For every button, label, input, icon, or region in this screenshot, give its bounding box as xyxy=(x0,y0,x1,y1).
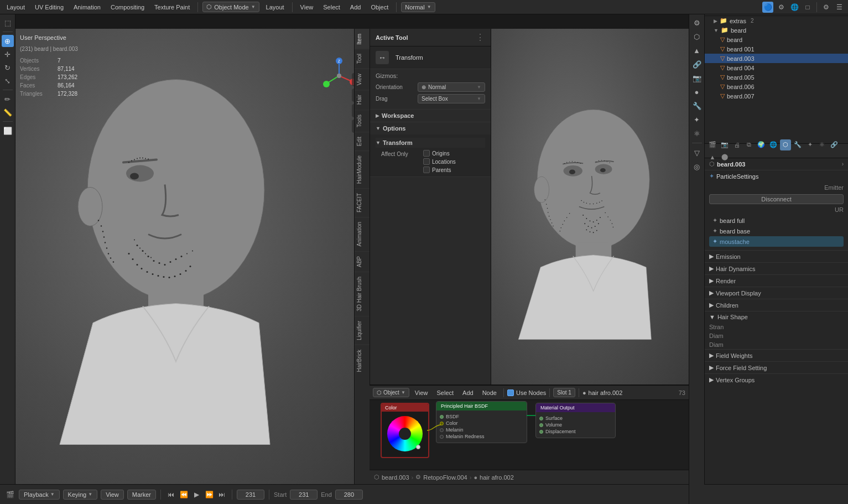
menu-layout-tab[interactable]: Layout xyxy=(263,3,288,12)
breadcrumb-item-1[interactable]: beard.003 xyxy=(382,474,409,481)
tab-faceit[interactable]: FACEIT xyxy=(355,188,370,217)
rs-icon-1[interactable]: ⚙ xyxy=(691,17,703,29)
menu-texture-paint[interactable]: Texture Paint xyxy=(151,3,193,12)
rs-icon-8[interactable]: ✦ xyxy=(691,113,703,126)
tab-tools[interactable]: Tools xyxy=(355,110,370,132)
menu-view[interactable]: View xyxy=(297,3,317,12)
rs-icon-9[interactable]: ⚛ xyxy=(691,127,703,139)
play-btn[interactable]: ▶ xyxy=(191,489,202,500)
menu-object[interactable]: Object xyxy=(367,3,392,12)
skip-end-btn[interactable]: ⏭ xyxy=(216,489,227,500)
props-tab-render[interactable]: 📷 xyxy=(719,139,730,150)
vertex-groups-section[interactable]: ▶ Vertex Groups xyxy=(705,373,848,386)
select-box-tool[interactable]: ⬚ xyxy=(2,17,14,29)
props-tab-constraints[interactable]: 🔗 xyxy=(829,139,840,150)
cursor-tool[interactable]: ⊕ xyxy=(2,35,14,47)
tab-animation[interactable]: Animation xyxy=(355,217,370,251)
ne-add[interactable]: Add xyxy=(459,388,477,397)
collection-beard[interactable]: ▼ 📁 beard xyxy=(705,25,848,35)
hair-dynamics-section[interactable]: ▶ Hair Dynamics xyxy=(705,262,848,274)
add-cube-tool[interactable]: ⬜ xyxy=(2,124,14,137)
props-tab-world[interactable]: 🌐 xyxy=(768,139,779,150)
locations-row[interactable]: Locations xyxy=(423,158,456,165)
rs-icon-2[interactable]: ⬡ xyxy=(691,30,703,43)
viewport-left[interactable]: User Perspective (231) beard | beard.003… xyxy=(15,29,370,484)
ne-node[interactable]: Node xyxy=(479,388,500,397)
menu-add[interactable]: Add xyxy=(347,3,365,12)
node-canvas[interactable]: Color Principled Hair BSDF BSDF Color xyxy=(370,400,689,470)
transform-sub-header[interactable]: ▼ Transform xyxy=(376,138,485,148)
force-field-section[interactable]: ▶ Force Field Setting xyxy=(705,361,848,373)
rs-icon-10[interactable]: ▽ xyxy=(691,147,703,159)
locations-checkbox[interactable] xyxy=(423,158,430,165)
hair-shape-section[interactable]: ▼ Hair Shape xyxy=(705,311,848,323)
prev-frame-btn[interactable]: ⏪ xyxy=(178,489,189,500)
material-output-node[interactable]: Material Output Surface Volume Displacem… xyxy=(535,403,616,438)
color-picker-node[interactable]: Color xyxy=(381,403,429,458)
menu-select[interactable]: Select xyxy=(320,3,344,12)
next-frame-btn[interactable]: ⏩ xyxy=(204,489,215,500)
world-icon-btn[interactable]: 🌐 xyxy=(789,2,800,13)
props-tab-physics[interactable]: ⚛ xyxy=(816,139,828,150)
field-weights-section[interactable]: ▶ Field Weights xyxy=(705,349,848,361)
rs-icon-11[interactable]: ◎ xyxy=(691,160,703,173)
rs-icon-4[interactable]: 🔗 xyxy=(691,58,703,70)
prefs-icon-btn[interactable]: ☰ xyxy=(834,2,845,13)
render-icon-btn[interactable]: 🔵 xyxy=(762,2,773,13)
tab-3d-hair-brush[interactable]: 3D Hair Brush xyxy=(355,272,370,316)
particle-moustache[interactable]: ✦ moustache xyxy=(709,236,844,247)
collection-extras[interactable]: ▶ 📁 extras 2 xyxy=(705,16,848,25)
annotate-tool[interactable]: ✏ xyxy=(2,93,14,105)
use-nodes-checkbox[interactable] xyxy=(507,389,514,396)
tab-view[interactable]: View xyxy=(355,69,370,90)
view-btn[interactable]: View xyxy=(101,490,124,500)
keying-btn[interactable]: Keying ▼ xyxy=(63,490,98,500)
rs-icon-5[interactable]: 📷 xyxy=(691,72,703,84)
collection-item-beard007[interactable]: ▽ beard.007 xyxy=(705,91,848,101)
props-tab-object[interactable]: ⬡ xyxy=(780,139,791,150)
ne-view[interactable]: View xyxy=(412,388,431,397)
principled-hair-node[interactable]: Principled Hair BSDF BSDF Color Melanin … xyxy=(436,401,527,443)
options-header[interactable]: ▼ Options xyxy=(370,122,491,134)
rs-icon-6[interactable]: ● xyxy=(691,86,703,98)
props-tab-scene2[interactable]: 🌍 xyxy=(756,139,767,150)
tab-hair[interactable]: Hair xyxy=(355,90,370,109)
panel-dots[interactable]: ⋮ xyxy=(476,32,485,43)
transform-btn[interactable]: Transform xyxy=(396,54,423,61)
object-mode-select[interactable]: ⬡ Object Mode ▼ xyxy=(202,2,259,12)
slot-select[interactable]: Slot 1 xyxy=(553,388,575,397)
tab-hairbrick[interactable]: HairBrick xyxy=(355,345,370,377)
menu-compositing[interactable]: Compositing xyxy=(107,3,148,12)
rotate-tool[interactable]: ↻ xyxy=(2,61,14,74)
parents-checkbox[interactable] xyxy=(423,167,430,173)
skip-start-btn[interactable]: ⏮ xyxy=(165,489,176,500)
tab-abp[interactable]: ABP xyxy=(355,251,370,272)
collection-item-beard006[interactable]: ▽ beard.006 xyxy=(705,82,848,91)
breadcrumb-item-2[interactable]: RetopoFlow.004 xyxy=(423,474,467,481)
scale-tool[interactable]: ⤡ xyxy=(2,75,14,87)
tab-liquifier[interactable]: Liquifier xyxy=(355,316,370,345)
collection-item-beard003[interactable]: ▽ beard.003 xyxy=(705,54,848,63)
collection-item-beard005[interactable]: ▽ beard.005 xyxy=(705,72,848,82)
collection-item-beard001[interactable]: ▽ beard 001 xyxy=(705,44,848,54)
viewport-display-section[interactable]: ▶ Viewport Display xyxy=(705,287,848,299)
collection-item-beard[interactable]: ▽ beard xyxy=(705,35,848,44)
object-icon-btn[interactable]: □ xyxy=(802,2,813,13)
settings-icon-btn[interactable]: ⚙ xyxy=(820,2,831,13)
ne-object-btn[interactable]: ⬡ Object ▼ xyxy=(373,388,409,397)
viewport-right[interactable] xyxy=(491,29,689,385)
tab-tool[interactable]: Tool xyxy=(355,49,370,68)
props-tab-output[interactable]: 🖨 xyxy=(731,139,742,150)
props-tab-modifier[interactable]: 🔧 xyxy=(792,139,803,150)
particle-beard-full[interactable]: ✦ beard full xyxy=(709,215,844,226)
measure-tool[interactable]: 📏 xyxy=(2,106,14,118)
end-frame-field[interactable]: 280 xyxy=(335,490,363,500)
disconnect-btn[interactable]: Disconnect xyxy=(709,194,844,204)
menu-animation[interactable]: Animation xyxy=(70,3,104,12)
props-tab-scene[interactable]: 🎬 xyxy=(707,139,718,150)
particle-beard-base[interactable]: ✦ beard base xyxy=(709,226,844,236)
render-section[interactable]: ▶ Render xyxy=(705,274,848,287)
workspace-header[interactable]: ▶ Workspace xyxy=(370,110,491,122)
emission-section[interactable]: ▶ Emission xyxy=(705,250,848,262)
tab-hairmodule[interactable]: HairModule xyxy=(355,150,370,188)
